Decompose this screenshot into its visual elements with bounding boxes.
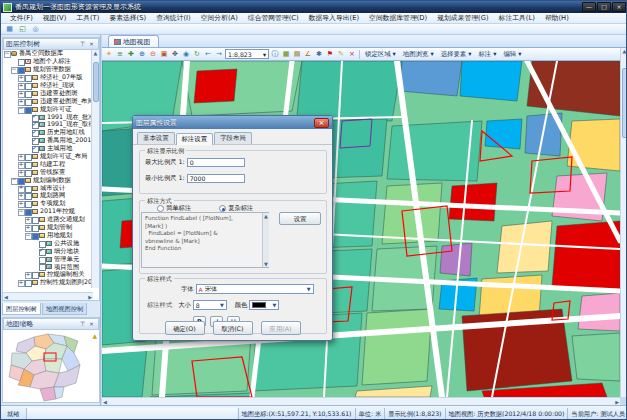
- layer-checkbox[interactable]: [24, 169, 31, 176]
- menu-item-6[interactable]: 综合管网管理(C): [243, 13, 304, 24]
- hand-icon[interactable]: ✱: [314, 49, 324, 60]
- maximize-button[interactable]: □: [597, 2, 611, 12]
- tab-map-view[interactable]: 地图视图: [108, 35, 159, 47]
- zoom-in-icon[interactable]: ⊕: [137, 49, 147, 60]
- layer-checkbox[interactable]: [31, 216, 38, 223]
- tree-toggle-icon[interactable]: [10, 177, 17, 184]
- tree-row-26[interactable]: 管理单元: [3, 255, 93, 263]
- star-bookmark-icon[interactable]: ✦: [104, 49, 114, 60]
- pan-icon[interactable]: ✥: [170, 49, 180, 60]
- add-data-icon[interactable]: ◱: [17, 24, 28, 34]
- scroll-down-icon[interactable]: ▼: [263, 261, 269, 267]
- menu-item-3[interactable]: 要素选择(S): [104, 13, 151, 24]
- layer-checkbox[interactable]: [24, 153, 31, 160]
- map-mode-dropdown-3[interactable]: 标注 ▾: [475, 49, 499, 60]
- zoom-window-icon[interactable]: ▣: [159, 49, 169, 60]
- map-scroll-thumb[interactable]: [622, 68, 627, 138]
- layer-checkbox[interactable]: [24, 74, 31, 81]
- pin-icon[interactable]: ⊤: [78, 319, 87, 329]
- menu-item-5[interactable]: 空间分析(A): [196, 13, 243, 24]
- add-layer-icon[interactable]: ✚: [126, 49, 136, 60]
- map-horizontal-scrollbar[interactable]: ◀ ▶: [102, 397, 620, 405]
- layer-checkbox[interactable]: [24, 185, 31, 192]
- zoom-out-icon[interactable]: ⊖: [148, 49, 158, 60]
- menu-item-4[interactable]: 查询统计(I): [151, 13, 196, 24]
- scroll-up-icon[interactable]: ▲: [92, 50, 99, 56]
- next-extent-icon[interactable]: →: [214, 49, 224, 60]
- prev-extent-icon[interactable]: ←: [203, 49, 213, 60]
- refresh-icon[interactable]: ↻: [192, 49, 202, 60]
- layer-checkbox[interactable]: [24, 90, 31, 97]
- dialog-title-bar[interactable]: 图层属性设置 ×: [133, 116, 332, 129]
- close-icon[interactable]: ×: [87, 319, 96, 329]
- tree-toggle-icon[interactable]: [24, 271, 31, 278]
- menu-item-8[interactable]: 空间数据库管理(D): [364, 13, 432, 24]
- menu-item-1[interactable]: 视图(V): [38, 13, 72, 24]
- tree-vertical-scrollbar[interactable]: ▲: [91, 50, 99, 288]
- menu-item-0[interactable]: 文件(F): [5, 13, 38, 24]
- layer-checkbox[interactable]: [31, 271, 38, 278]
- clear-icon[interactable]: ×: [347, 49, 357, 60]
- ok-button[interactable]: 确定(O): [165, 321, 205, 335]
- tree-row-23[interactable]: 用地规划: [3, 231, 93, 239]
- title-bar[interactable]: 番禺规划一张图图形资源管理及显示系统 — □ ×: [1, 1, 627, 13]
- map-mode-dropdown-1[interactable]: 地图浏览 ▾: [400, 49, 437, 60]
- layer-checkbox[interactable]: [24, 161, 31, 168]
- layer-checkbox[interactable]: [38, 256, 45, 263]
- overview-map[interactable]: [4, 331, 99, 402]
- scroll-up-icon[interactable]: ▲: [263, 213, 269, 219]
- layer-checkbox[interactable]: [24, 279, 31, 286]
- menu-item-11[interactable]: 帮助(H): [540, 13, 574, 24]
- tree-horizontal-scrollbar[interactable]: ◀ ▶: [3, 292, 93, 300]
- code-scrollbar[interactable]: ▲ ▼: [262, 213, 269, 267]
- dialog-tab-1[interactable]: 标注设置: [176, 133, 214, 145]
- close-icon[interactable]: ×: [87, 39, 96, 49]
- max-scale-input[interactable]: 0: [187, 158, 245, 167]
- layer-checkbox[interactable]: [38, 248, 45, 255]
- scroll-right-icon[interactable]: ▶: [88, 294, 92, 300]
- measure-icon[interactable]: ∠: [303, 49, 313, 60]
- tree-toggle-icon[interactable]: [10, 66, 17, 73]
- scroll-left-icon[interactable]: ◀: [103, 399, 107, 405]
- scroll-right-icon[interactable]: ▶: [615, 399, 619, 405]
- map-mode-dropdown-2[interactable]: 选择要素 ▾: [438, 49, 475, 60]
- layer-checkbox[interactable]: [31, 145, 38, 152]
- tree-toggle-icon[interactable]: [17, 208, 24, 215]
- sidebar-tab-1[interactable]: 地图视图控制: [42, 303, 87, 315]
- map-mode-dropdown-4[interactable]: 编辑 ▾: [500, 49, 524, 60]
- layer-checkbox[interactable]: [24, 106, 31, 113]
- cancel-button[interactable]: 取消(C): [213, 321, 253, 335]
- min-scale-input[interactable]: 7000: [187, 174, 245, 183]
- complex-label-radio[interactable]: [219, 205, 226, 212]
- color-combo[interactable]: ▼: [249, 300, 279, 310]
- tree-row-24[interactable]: 公共设施: [3, 239, 93, 247]
- minimize-button[interactable]: —: [582, 2, 596, 12]
- layer-checkbox[interactable]: [31, 232, 38, 239]
- pin-icon[interactable]: ⊤: [78, 39, 87, 49]
- scale-combo[interactable]: 1:8,823▾: [225, 49, 269, 59]
- label-expression-textarea[interactable]: Function FindLabel ( [PlotNum], [Mark] )…: [141, 212, 269, 268]
- layer-checkbox[interactable]: [38, 263, 45, 270]
- menu-item-7[interactable]: 数据导入导出(E): [304, 13, 364, 24]
- font-combo[interactable]: A 宋体 ▼: [196, 284, 314, 294]
- dialog-tab-0[interactable]: 基本设置: [137, 132, 175, 144]
- layer-checkbox[interactable]: [17, 58, 24, 65]
- scroll-left-icon[interactable]: ◀: [4, 294, 8, 300]
- layer-checkbox[interactable]: [24, 192, 31, 199]
- full-extent-icon[interactable]: ◉: [181, 49, 191, 60]
- select-features-icon[interactable]: ▦: [281, 49, 291, 60]
- tree-row-29[interactable]: 控制性规划图则2011_布局: [3, 279, 93, 287]
- tree-toggle-icon[interactable]: [17, 169, 24, 176]
- layer-checkbox[interactable]: [24, 98, 31, 105]
- flag-icon[interactable]: ⚑: [325, 49, 335, 60]
- overview-panel-header[interactable]: 地图缩略 ⊤ ×: [3, 318, 99, 330]
- tree-toggle-icon[interactable]: [3, 50, 10, 57]
- expression-settings-button[interactable]: 设置: [279, 212, 321, 225]
- tree-toggle-icon[interactable]: [24, 232, 31, 239]
- identify-icon[interactable]: ⓘ: [270, 49, 280, 60]
- attribute-table-icon[interactable]: ▤: [292, 49, 302, 60]
- sidebar-tab-0[interactable]: 图层控制树: [2, 303, 41, 315]
- layer-panel-header[interactable]: 图层控制树 ⊤ ×: [3, 38, 99, 50]
- menu-item-9[interactable]: 规划成果管理(G): [432, 13, 493, 24]
- map-mode-dropdown-0[interactable]: 锁定区域 ▾: [362, 49, 399, 60]
